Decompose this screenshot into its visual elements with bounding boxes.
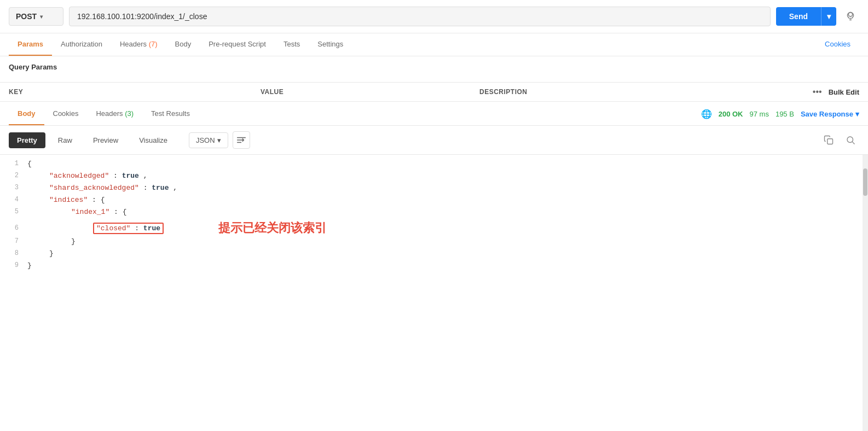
params-actions: ••• Bulk Edit (813, 87, 859, 97)
tab-headers[interactable]: Headers (7) (111, 33, 166, 56)
tab-tests[interactable]: Tests (275, 33, 309, 56)
method-chevron-icon: ▾ (40, 14, 43, 20)
tab-cookies[interactable]: Cookies (816, 33, 859, 56)
code-line-5: 5 "index_1" : { (0, 207, 868, 219)
code-line-9: 9 } (0, 261, 868, 273)
svg-line-6 (852, 142, 854, 144)
url-bar: POST ▾ Send ▾ (0, 0, 868, 33)
request-tabs: Params Authorization Headers (7) Body Pr… (0, 33, 868, 56)
col-value-header: VALUE (261, 88, 479, 96)
tab-params[interactable]: Params (9, 33, 52, 56)
app-container: POST ▾ Send ▾ Params Authorization Heade… (0, 0, 868, 431)
response-status: 200 OK (719, 110, 743, 118)
response-tabs: Body Cookies Headers (3) Test Results 🌐 … (0, 103, 868, 126)
bulk-edit-button[interactable]: Bulk Edit (829, 88, 859, 96)
tab-authorization[interactable]: Authorization (52, 33, 111, 56)
response-time: 97 ms (750, 110, 769, 118)
code-line-7: 7 } (0, 237, 868, 249)
svg-rect-4 (828, 139, 833, 144)
response-section: Body Cookies Headers (3) Test Results 🌐 … (0, 102, 868, 431)
save-response-chevron-icon: ▾ (855, 110, 859, 118)
query-params-section: Query Params (0, 56, 868, 82)
save-response-button[interactable]: Save Response ▾ (801, 110, 859, 118)
response-tab-body[interactable]: Body (9, 103, 44, 125)
code-line-1: 1 { (0, 159, 868, 171)
tab-pre-request-script[interactable]: Pre-request Script (200, 33, 275, 56)
query-params-label: Query Params (9, 63, 859, 71)
format-tab-visualize[interactable]: Visualize (131, 132, 176, 148)
response-size: 195 B (776, 110, 794, 118)
code-line-3: 3 "shards_acknowledged" : true , (0, 183, 868, 195)
closed-highlight: "closed" : true (93, 223, 164, 234)
format-tab-pretty[interactable]: Pretty (9, 132, 45, 148)
response-tab-cookies[interactable]: Cookies (44, 103, 88, 125)
url-input[interactable] (69, 7, 771, 26)
json-format-chevron-icon: ▾ (217, 136, 221, 144)
json-format-selector[interactable]: JSON ▾ (189, 132, 228, 148)
send-label: Send (776, 7, 821, 26)
code-line-2: 2 "acknowledged" : true , (0, 171, 868, 183)
response-tab-headers[interactable]: Headers (3) (87, 103, 142, 125)
wrap-lines-icon[interactable] (233, 131, 250, 149)
search-icon[interactable] (842, 131, 859, 149)
format-bar-actions (820, 131, 859, 149)
lightbulb-icon[interactable] (842, 8, 859, 25)
svg-point-5 (847, 137, 853, 143)
globe-icon: 🌐 (701, 109, 712, 119)
method-selector[interactable]: POST ▾ (9, 7, 63, 26)
more-options-icon[interactable]: ••• (813, 87, 822, 97)
format-tab-raw[interactable]: Raw (50, 132, 80, 148)
col-key-header: KEY (9, 88, 261, 96)
col-description-header: DESCRIPTION (479, 88, 813, 96)
annotation-text: 提示已经关闭该索引 (218, 220, 327, 236)
code-line-4: 4 "indices" : { (0, 195, 868, 207)
vertical-scrollbar[interactable] (863, 155, 868, 431)
code-line-6: 6 "closed" : true 提示已经关闭该索引 (0, 219, 868, 237)
response-tab-test-results[interactable]: Test Results (142, 103, 199, 125)
params-table-header: KEY VALUE DESCRIPTION ••• Bulk Edit (0, 82, 868, 102)
scrollbar-thumb[interactable] (863, 168, 867, 196)
tab-settings[interactable]: Settings (309, 33, 352, 56)
method-label: POST (16, 12, 37, 21)
format-tab-preview[interactable]: Preview (85, 132, 126, 148)
format-bar: Pretty Raw Preview Visualize JSON ▾ (0, 126, 868, 155)
send-dropdown-icon[interactable]: ▾ (821, 7, 836, 26)
code-viewer: 1 { 2 "acknowledged" : true , 3 (0, 155, 868, 431)
response-meta: 🌐 200 OK 97 ms 195 B Save Response ▾ (701, 109, 859, 119)
copy-icon[interactable] (820, 131, 837, 149)
tab-body[interactable]: Body (166, 33, 200, 56)
code-line-8: 8 } (0, 249, 868, 261)
send-button[interactable]: Send ▾ (776, 7, 836, 26)
